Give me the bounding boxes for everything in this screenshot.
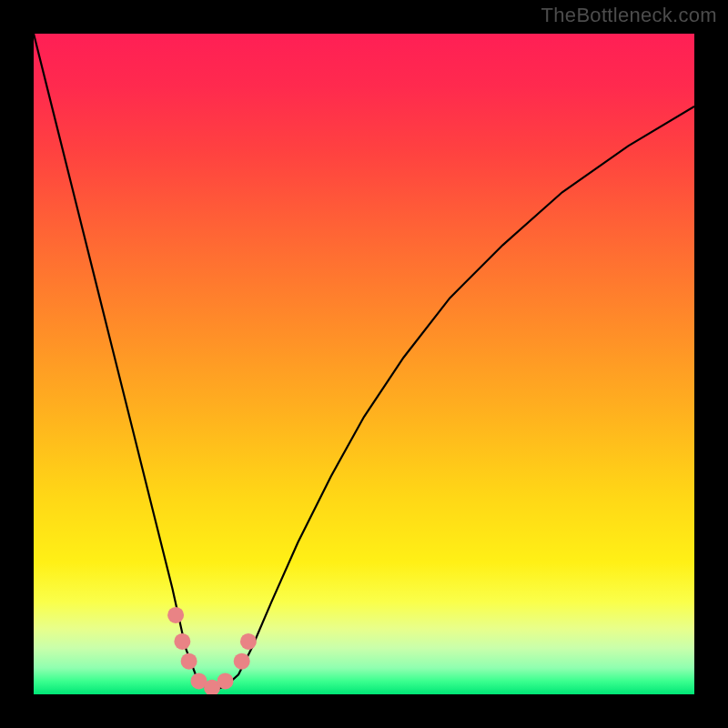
curve-marker (181, 653, 197, 670)
bottleneck-curve-svg (34, 34, 694, 694)
plot-area (34, 34, 694, 694)
chart-frame: TheBottleneck.com (0, 0, 728, 728)
curve-marker (167, 607, 184, 623)
curve-marker (240, 633, 257, 650)
bottleneck-curve (34, 34, 694, 690)
curve-marker (234, 653, 250, 670)
watermark-text: TheBottleneck.com (541, 4, 717, 27)
curve-marker (217, 672, 234, 689)
curve-marker (174, 633, 190, 650)
